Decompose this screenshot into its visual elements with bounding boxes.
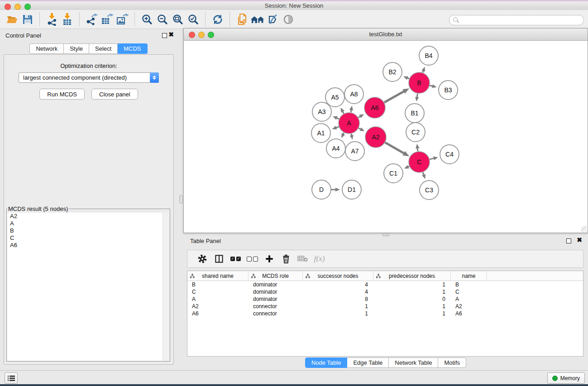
node-A6[interactable]: A6 — [364, 97, 385, 118]
export-network-icon[interactable] — [84, 12, 100, 27]
table-row[interactable]: Cdominator41C — [187, 288, 583, 295]
edge-C-C1[interactable] — [404, 165, 409, 169]
add-row-icon[interactable] — [261, 252, 277, 266]
show-hide-graphics-icon[interactable] — [281, 12, 296, 27]
edge-D-D1[interactable] — [331, 188, 340, 191]
hide-labels-icon[interactable] — [265, 12, 281, 27]
table-row[interactable]: Adominator80A — [187, 295, 583, 303]
export-table-icon[interactable] — [100, 12, 115, 27]
edge-B-B2[interactable] — [403, 76, 409, 80]
node-A2[interactable]: A2 — [365, 127, 386, 148]
import-table-icon[interactable] — [60, 12, 75, 27]
node-C4[interactable]: C4 — [440, 145, 459, 164]
close-panel-button[interactable]: Close panel — [91, 89, 138, 100]
cell-successor-nodes[interactable]: 8 — [303, 295, 373, 303]
node-C3[interactable]: C3 — [420, 181, 439, 200]
table-row[interactable]: A2connector11A2 — [187, 303, 583, 310]
node-table[interactable]: shared nameMCDS rolesuccessor nodesprede… — [187, 271, 583, 357]
tab-select[interactable]: Select — [89, 43, 118, 54]
edge-A6-B[interactable] — [384, 88, 409, 102]
node-A5[interactable]: A5 — [325, 88, 344, 107]
edge-A-A7[interactable] — [350, 133, 354, 139]
search-box[interactable] — [449, 15, 584, 25]
edge-B-B4[interactable] — [421, 67, 425, 73]
unselect-all-icon[interactable] — [244, 252, 261, 266]
float-panel-icon[interactable] — [566, 238, 571, 243]
node-C[interactable]: C — [409, 152, 430, 172]
cell-successor-nodes[interactable]: 4 — [303, 281, 373, 288]
table-row[interactable]: A6connector11A6 — [187, 310, 583, 317]
table-options-icon[interactable] — [194, 252, 210, 266]
tab-network-table[interactable]: Network Table — [389, 357, 438, 368]
edge-A-A4[interactable] — [341, 133, 345, 138]
column-header-shared-name[interactable]: shared name — [187, 271, 249, 281]
tab-mcds[interactable]: MCDS — [118, 43, 147, 54]
select-all-icon[interactable]: ✓✓ — [227, 252, 244, 266]
cell-name[interactable]: A — [451, 295, 487, 303]
node-A4[interactable]: A4 — [326, 139, 345, 158]
table-row[interactable]: Bdominator41B — [187, 281, 583, 288]
cell-shared-name[interactable]: A — [187, 295, 249, 303]
cell-shared-name[interactable]: A6 — [187, 310, 249, 317]
mcds-result-list[interactable]: A2ABCA6 — [7, 213, 169, 361]
delete-table-icon[interactable] — [294, 252, 311, 266]
result-scrollbar[interactable] — [163, 213, 169, 361]
function-builder-icon[interactable]: f(x) — [311, 252, 328, 266]
cell-shared-name[interactable]: A2 — [187, 303, 249, 310]
save-session-icon[interactable] — [20, 12, 35, 27]
cell-MCDS-role[interactable]: dominator — [249, 295, 303, 303]
node-D1[interactable]: D1 — [342, 180, 361, 199]
tab-node-table[interactable]: Node Table — [305, 357, 348, 368]
node-B[interactable]: B — [409, 72, 430, 93]
cell-shared-name[interactable]: C — [187, 288, 249, 295]
result-item[interactable]: A2 — [7, 213, 169, 220]
run-mcds-button[interactable]: Run MCDS — [39, 89, 85, 100]
optimization-criterion-select[interactable]: largest connected component (directed) — [19, 72, 159, 83]
cell-successor-nodes[interactable]: 4 — [303, 288, 373, 295]
result-item[interactable]: B — [7, 227, 169, 234]
edge-A-A1[interactable] — [332, 126, 339, 129]
task-history-button[interactable] — [5, 372, 18, 384]
node-A8[interactable]: A8 — [344, 85, 363, 104]
tab-network[interactable]: Network — [29, 43, 64, 54]
import-network-icon[interactable] — [44, 12, 60, 27]
cell-MCDS-role[interactable]: dominator — [249, 288, 303, 295]
memory-button[interactable]: Memory — [547, 372, 585, 384]
node-A1[interactable]: A1 — [311, 124, 330, 143]
cell-predecessor-nodes[interactable]: 1 — [373, 281, 451, 288]
zoom-selected-icon[interactable] — [186, 12, 201, 27]
close-panel-icon[interactable]: ✖ — [577, 236, 582, 244]
edge-A-A2[interactable] — [359, 128, 364, 131]
result-item[interactable]: C — [7, 234, 169, 242]
cell-name[interactable]: B — [451, 281, 487, 288]
search-input[interactable] — [460, 16, 580, 24]
tab-edge-table[interactable]: Edge Table — [347, 357, 389, 368]
column-header-name[interactable]: name — [451, 271, 487, 281]
home-view-icon[interactable] — [250, 12, 265, 27]
node-A7[interactable]: A7 — [345, 142, 364, 161]
split-divider-handle[interactable] — [179, 195, 183, 204]
delete-row-icon[interactable] — [277, 252, 294, 266]
node-C1[interactable]: C1 — [384, 164, 403, 183]
edge-C-C4[interactable] — [430, 157, 438, 160]
zoom-fit-icon[interactable] — [170, 12, 186, 27]
cell-MCDS-role[interactable]: connector — [249, 303, 303, 310]
edge-B-B1[interactable] — [415, 94, 419, 102]
zoom-out-icon[interactable] — [155, 12, 170, 27]
edge-C-C3[interactable] — [422, 172, 425, 179]
cell-MCDS-role[interactable]: dominator — [249, 281, 303, 288]
edge-A-A8[interactable] — [349, 106, 353, 113]
node-B2[interactable]: B2 — [383, 62, 402, 81]
cell-predecessor-nodes[interactable]: 1 — [373, 303, 451, 310]
copy-network-icon[interactable] — [234, 12, 250, 27]
cell-successor-nodes[interactable]: 1 — [303, 310, 373, 317]
edge-C-C2[interactable] — [416, 144, 419, 151]
cell-name[interactable]: A6 — [451, 310, 487, 317]
node-A3[interactable]: A3 — [312, 102, 331, 121]
cell-predecessor-nodes[interactable]: 1 — [373, 310, 451, 317]
export-image-icon[interactable] — [115, 12, 130, 27]
tab-style[interactable]: Style — [64, 43, 89, 54]
edge-B-B3[interactable] — [430, 84, 436, 88]
node-C2[interactable]: C2 — [406, 123, 425, 142]
edge-A-A3[interactable] — [333, 116, 339, 120]
